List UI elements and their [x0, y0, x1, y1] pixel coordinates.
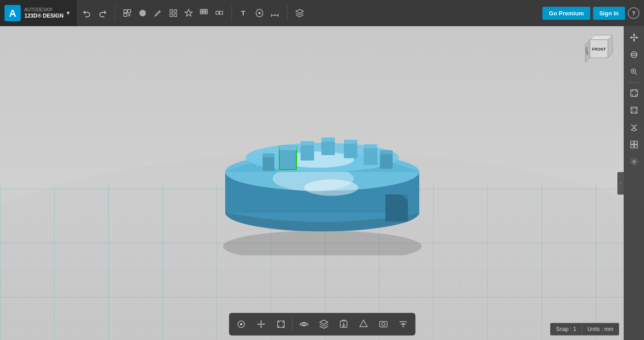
layers-bottom-button[interactable]: [314, 315, 333, 334]
bottom-divider-1: [292, 317, 292, 331]
autodesk-logo-icon: A: [5, 5, 21, 21]
svg-rect-3: [128, 10, 131, 13]
top-right-actions: Go Premium Sign In ?: [542, 7, 644, 20]
logo-area: A AUTODESK® 123D® DESIGN ▼: [0, 0, 77, 26]
svg-point-76: [633, 161, 635, 163]
svg-rect-18: [216, 11, 219, 14]
svg-point-51: [304, 179, 358, 196]
undo-redo-group: [77, 6, 113, 20]
3d-viewport[interactable]: FRONT LEFT: [0, 26, 644, 340]
svg-point-70: [633, 126, 635, 128]
filter-bottom-button[interactable]: [394, 315, 412, 334]
go-premium-button[interactable]: Go Premium: [542, 7, 590, 20]
logo-text: AUTODESK® 123D® DESIGN: [24, 7, 64, 20]
scale-bottom-button[interactable]: [271, 315, 290, 334]
view-home-button[interactable]: [626, 120, 642, 135]
svg-rect-2: [124, 10, 127, 13]
right-panel: [624, 26, 644, 340]
svg-point-78: [240, 323, 242, 325]
layers-button[interactable]: [292, 6, 307, 20]
pattern-button[interactable]: [197, 6, 211, 20]
help-button[interactable]: ?: [628, 7, 639, 19]
svg-rect-17: [205, 12, 207, 14]
svg-rect-40: [301, 141, 314, 145]
svg-point-7: [139, 10, 145, 16]
svg-rect-50: [263, 153, 274, 157]
settings-tool-button[interactable]: [626, 154, 642, 169]
transform-button[interactable]: [120, 6, 134, 20]
right-panel-collapse-tab[interactable]: ›: [617, 172, 624, 195]
perspective-button[interactable]: [626, 102, 642, 118]
undo-button[interactable]: [80, 6, 94, 20]
redo-button[interactable]: [95, 6, 110, 20]
look-at-bottom-button[interactable]: [294, 315, 313, 334]
orbit-tool-button[interactable]: [626, 47, 642, 62]
svg-rect-8: [170, 10, 173, 13]
svg-rect-73: [634, 141, 637, 144]
divider-1: [115, 5, 115, 21]
snap-units-bar: Snap : 1 Units : mm: [550, 323, 619, 335]
primitives-button[interactable]: [135, 6, 150, 20]
divider-3: [287, 5, 287, 21]
svg-rect-13: [203, 9, 205, 11]
svg-rect-4: [124, 14, 127, 17]
sign-in-button[interactable]: Sign In: [593, 7, 625, 20]
select-bottom-button[interactable]: [232, 315, 250, 334]
brand-name: AUTODESK®: [24, 7, 64, 13]
logo-dropdown-arrow[interactable]: ▼: [65, 10, 71, 16]
svg-point-29: [223, 230, 422, 255]
snap-button[interactable]: [252, 6, 267, 20]
view-cube-svg: FRONT LEFT: [581, 31, 617, 67]
svg-rect-72: [630, 141, 634, 144]
svg-rect-9: [174, 10, 177, 13]
svg-rect-10: [170, 14, 173, 17]
export-bottom-button[interactable]: [334, 315, 353, 334]
svg-rect-74: [630, 145, 634, 148]
text-button[interactable]: T: [237, 6, 251, 20]
render-button[interactable]: [626, 137, 642, 152]
product-name: 123D® DESIGN: [24, 13, 64, 20]
zoom-extents-button[interactable]: [626, 85, 642, 101]
bottom-toolbar: [229, 313, 415, 335]
main-tools-group: [117, 6, 230, 20]
svg-rect-65: [630, 90, 637, 97]
svg-rect-44: [344, 140, 357, 144]
svg-rect-46: [364, 144, 377, 148]
divider-2: [232, 5, 232, 21]
3d-model: [196, 84, 449, 255]
sketch-button[interactable]: [151, 6, 165, 20]
mesh-bottom-button[interactable]: [354, 315, 373, 334]
measure-snap-group: T: [234, 6, 285, 20]
svg-point-89: [381, 322, 385, 326]
svg-rect-42: [321, 137, 335, 141]
svg-rect-11: [174, 14, 177, 17]
modify-button[interactable]: [181, 6, 196, 20]
svg-rect-75: [634, 145, 637, 148]
top-toolbar: A AUTODESK® 123D® DESIGN ▼: [0, 0, 644, 26]
svg-line-62: [635, 73, 637, 75]
view-cube[interactable]: FRONT LEFT: [581, 31, 617, 67]
svg-rect-15: [200, 12, 202, 14]
svg-rect-16: [203, 12, 205, 14]
svg-rect-14: [205, 9, 207, 11]
svg-rect-88: [380, 321, 387, 327]
svg-text:T: T: [241, 9, 245, 17]
svg-text:LEFT: LEFT: [585, 47, 588, 55]
svg-rect-12: [200, 9, 202, 11]
move-bottom-button[interactable]: [251, 315, 270, 334]
svg-text:A: A: [9, 8, 16, 19]
screenshot-bottom-button[interactable]: [374, 315, 393, 334]
zoom-tool-button[interactable]: [626, 64, 642, 79]
pan-tool-button[interactable]: [626, 30, 642, 45]
construct-button[interactable]: [166, 6, 181, 20]
svg-rect-38: [279, 145, 297, 150]
zoom-separator: [629, 82, 639, 83]
grouping-button[interactable]: [212, 6, 227, 20]
units-button[interactable]: Units : mm: [582, 323, 619, 335]
snap-button[interactable]: Snap : 1: [550, 323, 582, 335]
layers-group: [289, 6, 310, 20]
svg-rect-19: [220, 11, 223, 14]
svg-text:FRONT: FRONT: [592, 47, 606, 51]
measure-button[interactable]: [268, 6, 282, 20]
svg-point-86: [302, 323, 305, 326]
